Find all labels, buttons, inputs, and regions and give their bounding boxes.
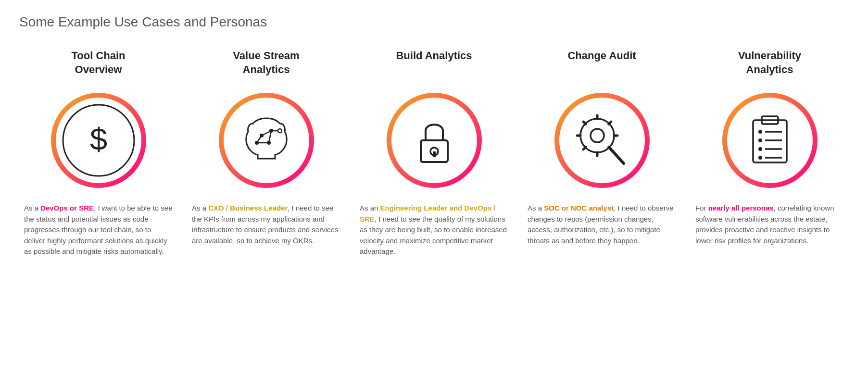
svg-line-10 — [269, 131, 271, 143]
card-text-value-stream: As a CXO / Business Leader, I need to se… — [187, 203, 345, 246]
svg-point-31 — [758, 156, 762, 160]
svg-text:$: $ — [89, 122, 107, 157]
card-value-stream: Value StreamAnalytics — [187, 49, 345, 246]
page-subtitle: Some Example Use Cases and Personas — [19, 14, 849, 30]
highlight-soc-noc: SOC or NOC analyst — [544, 204, 614, 212]
svg-point-29 — [758, 147, 762, 151]
card-text-tool-chain: As a DevOps or SRE, I want to be able to… — [19, 203, 177, 257]
card-title-tool-chain: Tool ChainOverview — [71, 49, 125, 78]
svg-rect-17 — [433, 151, 436, 157]
card-build-analytics: Build Analytics — [355, 49, 513, 257]
card-title-vulnerability-analytics: VulnerabilityAnalytics — [738, 49, 801, 78]
circle-build-analytics — [386, 92, 482, 188]
card-title-change-audit: Change Audit — [567, 49, 636, 78]
svg-point-27 — [758, 138, 762, 142]
circle-tool-chain: $ — [50, 92, 147, 188]
svg-point-13 — [278, 129, 282, 133]
svg-line-8 — [262, 131, 271, 136]
highlight-devops-sre: DevOps or SRE — [40, 204, 94, 212]
card-text-build-analytics: As an Engineering Leader and DevOps / SR… — [355, 203, 513, 257]
card-tool-chain: Tool ChainOverview $ As a DevOps or SRE,… — [19, 49, 177, 257]
highlight-cxo: CXO / Business Leader — [208, 204, 288, 212]
svg-line-21 — [610, 148, 624, 163]
card-text-vulnerability-analytics: For nearly all personas, correlating kno… — [691, 203, 849, 246]
svg-point-25 — [758, 130, 762, 134]
svg-rect-23 — [753, 120, 787, 162]
circle-change-audit — [554, 92, 650, 188]
cards-container: Tool ChainOverview $ As a DevOps or SRE,… — [19, 49, 849, 257]
card-title-value-stream: Value StreamAnalytics — [233, 49, 299, 78]
svg-rect-15 — [421, 140, 448, 162]
card-vulnerability-analytics: VulnerabilityAnalytics — [691, 49, 849, 246]
circle-value-stream — [218, 92, 314, 188]
highlight-all-personas: nearly all personas — [708, 204, 774, 212]
card-text-change-audit: As a SOC or NOC analyst, I need to obser… — [523, 203, 681, 246]
svg-point-20 — [591, 129, 604, 142]
highlight-eng-leader: Engineering Leader and DevOps / SRE — [360, 204, 496, 223]
svg-point-3 — [221, 95, 312, 186]
svg-line-9 — [257, 136, 262, 143]
card-title-build-analytics: Build Analytics — [396, 49, 472, 78]
card-change-audit: Change Audit — [523, 49, 681, 246]
circle-vulnerability-analytics — [722, 92, 818, 188]
